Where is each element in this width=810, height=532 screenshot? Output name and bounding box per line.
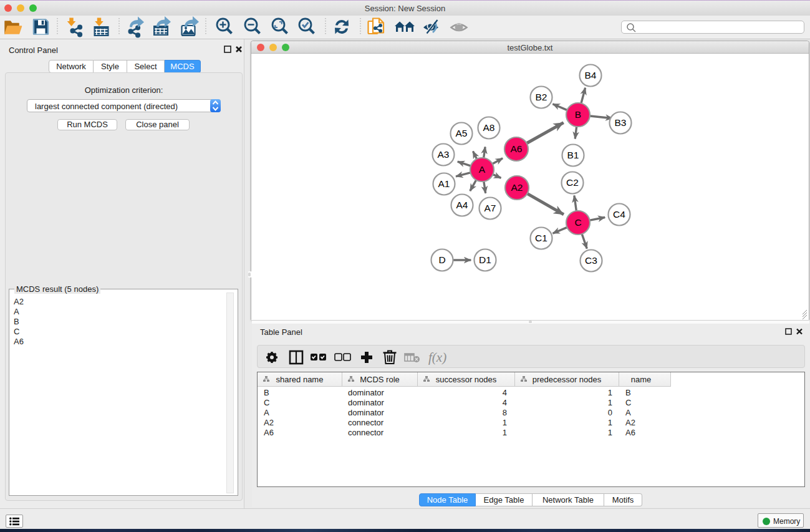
- svg-text:A5: A5: [456, 128, 468, 138]
- svg-text:B3: B3: [615, 117, 627, 128]
- svg-text:A2: A2: [511, 182, 523, 193]
- svg-text:D1: D1: [479, 254, 491, 265]
- svg-text:A8: A8: [483, 122, 495, 133]
- svg-text:A1: A1: [438, 178, 450, 189]
- svg-text:C4: C4: [613, 209, 625, 220]
- svg-text:C3: C3: [585, 255, 597, 266]
- svg-text:B4: B4: [585, 70, 597, 80]
- svg-text:C1: C1: [535, 233, 547, 243]
- svg-text:A7: A7: [485, 203, 496, 213]
- svg-text:B: B: [575, 109, 581, 120]
- svg-text:B1: B1: [567, 150, 579, 160]
- svg-text:C: C: [574, 217, 581, 228]
- svg-text:D: D: [438, 254, 445, 265]
- svg-text:A4: A4: [456, 200, 468, 210]
- svg-text:C2: C2: [566, 177, 579, 188]
- svg-text:A: A: [479, 164, 486, 175]
- svg-text:A3: A3: [438, 149, 450, 160]
- svg-text:A6: A6: [511, 143, 523, 154]
- svg-text:B2: B2: [536, 92, 547, 102]
- svg-text:f(x): f(x): [428, 350, 446, 365]
